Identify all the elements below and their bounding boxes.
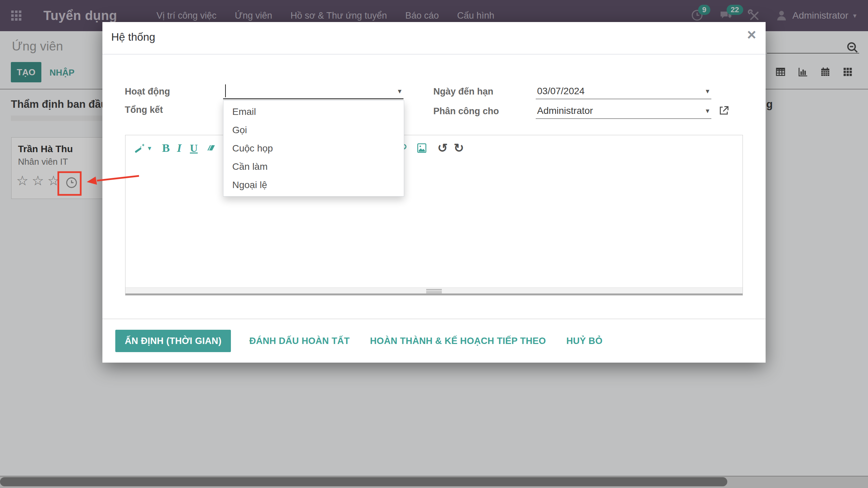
dropdown-option-call[interactable]: Gọi bbox=[223, 121, 404, 139]
activity-type-input[interactable]: ▾ bbox=[223, 83, 403, 99]
summary-label: Tổng kết bbox=[125, 105, 163, 115]
chevron-down-icon[interactable]: ▾ bbox=[706, 107, 709, 115]
done-schedule-next-button[interactable]: HOÀN THÀNH & KẾ HOẠCH TIẾP THEO bbox=[368, 336, 548, 347]
activity-type-dropdown: Email Gọi Cuộc họp Cần làm Ngoại lệ bbox=[223, 100, 404, 197]
editor-resize-bar[interactable] bbox=[125, 287, 743, 295]
schedule-activity-modal: Hệ thống × Hoạt động ▾ Tổng kết Ngày đến… bbox=[102, 22, 766, 363]
dropdown-option-meeting[interactable]: Cuộc họp bbox=[223, 139, 404, 158]
redo-icon[interactable]: ↻ bbox=[454, 141, 464, 156]
schedule-button[interactable]: ẤN ĐỊNH (THỜI GIAN) bbox=[115, 330, 231, 352]
activity-type-label: Hoạt động bbox=[125, 86, 170, 97]
modal-body: Hoạt động ▾ Tổng kết Ngày đến hạn 03/07/… bbox=[102, 55, 766, 319]
modal-title: Hệ thống bbox=[111, 31, 155, 43]
modal-footer: ẤN ĐỊNH (THỜI GIAN) ĐÁNH DẤU HOÀN TẤT HO… bbox=[102, 319, 766, 363]
chevron-down-icon[interactable]: ▾ bbox=[706, 87, 709, 95]
dropdown-option-todo[interactable]: Cần làm bbox=[223, 158, 404, 176]
close-icon[interactable]: × bbox=[747, 27, 756, 42]
format-style-button[interactable] bbox=[134, 141, 146, 156]
cancel-button[interactable]: HUỶ BỎ bbox=[564, 336, 605, 347]
underline-button[interactable]: U bbox=[190, 141, 198, 156]
editor-bottom-edge bbox=[125, 293, 743, 295]
assignee-input[interactable]: Administrator ▾ bbox=[536, 103, 711, 119]
undo-icon[interactable]: ↺ bbox=[437, 141, 448, 156]
note-editor[interactable]: ▾ B I U bbox=[125, 135, 743, 296]
bold-button[interactable]: B bbox=[162, 141, 170, 156]
italic-button[interactable]: I bbox=[177, 141, 181, 156]
dropdown-option-email[interactable]: Email bbox=[223, 103, 404, 121]
assignee-label: Phân công cho bbox=[433, 106, 499, 117]
external-link-icon[interactable] bbox=[718, 105, 730, 116]
chevron-down-icon[interactable]: ▾ bbox=[148, 141, 151, 156]
chevron-down-icon[interactable]: ▾ bbox=[398, 87, 401, 95]
dropdown-option-exception[interactable]: Ngoại lệ bbox=[223, 176, 404, 194]
mark-done-button[interactable]: ĐÁNH DẤU HOÀN TẤT bbox=[247, 336, 352, 347]
deadline-label: Ngày đến hạn bbox=[433, 86, 493, 97]
text-cursor bbox=[225, 84, 226, 97]
magic-wand-icon bbox=[134, 142, 146, 154]
insert-image-icon[interactable] bbox=[416, 141, 428, 156]
resize-grip-icon[interactable] bbox=[426, 289, 442, 293]
modal-header: Hệ thống × bbox=[102, 22, 766, 55]
deadline-input[interactable]: 03/07/2024 ▾ bbox=[536, 83, 711, 99]
remove-format-eraser-icon[interactable] bbox=[205, 141, 217, 156]
